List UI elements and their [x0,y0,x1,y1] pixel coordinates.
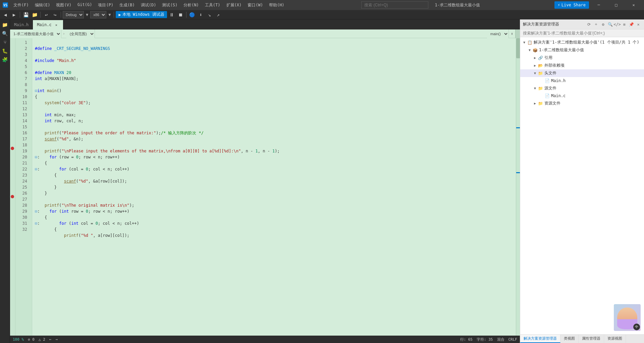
maximize-button[interactable]: □ [608,0,624,10]
menu-build[interactable]: 生成(B) [117,1,138,9]
collapse-btn[interactable]: ⬆ [509,31,515,36]
expand-res[interactable]: ▶ [532,101,538,106]
window-title: 1-求二维数组最大最小值 [287,1,554,9]
expand-headers[interactable]: ▼ [532,71,538,76]
new-solution-btn[interactable]: ＋ [593,21,599,27]
toolbar-step[interactable]: ⬇ [197,11,205,19]
project-icon: 📦 [532,48,538,53]
menu-project[interactable]: 项目(P) [95,1,116,9]
close-button[interactable]: ✕ [626,0,641,10]
menu-file[interactable]: 文件(F) [11,1,32,9]
props-btn[interactable]: ≡ [621,21,627,27]
platform-select[interactable]: x86 [90,11,106,18]
breadcrumb-func-select[interactable]: main() [487,29,509,38]
menu-extensions[interactable]: 扩展(X) [224,1,245,9]
title-bar: VS 文件(F) 编辑(E) 视图(V) Git(G) 项目(P) 生成(B) … [0,0,644,10]
headers-label: 头文件 [544,70,556,76]
find-btn[interactable]: 🔍 [607,21,613,27]
status-warnings: △ 2 [39,337,45,342]
sidebar-extensions-icon[interactable]: 🧩 [1,56,9,64]
sidebar-git-icon[interactable]: ⑂ [1,38,9,46]
status-nav-back[interactable]: ← [49,337,52,342]
breadcrumb-file-select[interactable]: 1-求二维数组最大最小值 [10,29,61,38]
global-search[interactable] [361,1,428,9]
solution-search-input[interactable] [520,29,644,37]
breakpoint-19 [11,147,14,150]
code-editor[interactable]: 12345 678910 1112131415 1617181920 21222… [10,38,520,336]
tree-references[interactable]: ▶ 🔗 引用 [520,54,644,62]
tree-project[interactable]: ▼ 📦 1-求二维数组最大最小值 [520,46,644,54]
toolbar-stop[interactable]: ⏹ [176,11,184,19]
expand-sources[interactable]: ▼ [532,86,538,91]
tree-solution-root[interactable]: ▼ 📋 解决方案'1-求二维数组最大最小值'(1 个项目/共 1 个) [520,39,644,46]
vertical-scrollbar[interactable] [516,38,520,336]
expand-ref[interactable]: ▶ [532,55,538,61]
config-select[interactable]: Debug [63,11,84,18]
rp-tab-classview[interactable]: 类视图 [560,335,579,343]
expand-ext[interactable]: ▶ [532,63,538,68]
code-view-btn[interactable]: </> [614,21,620,27]
solution-icon: 📋 [527,40,532,45]
tree-ext-deps[interactable]: ▶ 📂 外部依赖项 [520,62,644,69]
toolbar-stepinto[interactable]: ↘ [206,11,214,19]
scrollbar-thumb[interactable] [516,38,520,58]
sidebar-debug-icon[interactable]: 🐛 [1,47,9,55]
tree-mainc[interactable]: 📄 Main.c [520,92,644,99]
ext-icon: 📂 [538,63,543,68]
rp-tab-properties[interactable]: 属性管理器 [579,335,604,343]
menu-git[interactable]: Git(G) [75,1,95,9]
ref-icon: 🔗 [538,55,543,61]
menu-debug[interactable]: 调试(D) [138,1,159,9]
editor-sidebar-toggle[interactable] [515,29,520,38]
menu-analyze[interactable]: 分析(N) [181,1,202,9]
status-nav-fwd[interactable]: → [56,337,58,342]
tree-headers[interactable]: ▼ 📁 头文件 [520,69,644,77]
sync-btn[interactable]: ⟳ [586,21,592,27]
sidebar-search-icon[interactable]: 🔍 [1,29,9,38]
save-all-btn[interactable]: 📁 [31,11,39,19]
toolbar-breakpoints[interactable]: 🔵 [188,11,196,19]
mainc-icon: 📄 [544,93,550,98]
menu-window[interactable]: 窗口(W) [245,1,266,9]
expand-project[interactable]: ▼ [527,48,532,53]
code-content[interactable]: #define _CRT_SECURE_NO_WARNINGS #include… [32,38,520,336]
filter-btn[interactable]: ⚙ [600,21,606,27]
toolbar-pause[interactable]: ⏸ [168,11,176,19]
tab-mainc[interactable]: Main.c ✕ [33,20,63,29]
zoom-level: 100 % [13,337,24,342]
menu-edit[interactable]: 编辑(E) [32,1,53,9]
rp-tab-resources[interactable]: 资源视图 [604,335,626,343]
toolbar-fwd[interactable]: ▶ [10,11,18,19]
live-share-icon: ⚡ [558,3,560,7]
left-sidebar: 📁 🔍 ⑂ 🐛 🧩 [0,19,10,343]
undo-btn[interactable]: ↩ [42,11,50,19]
status-row-col: 行: 65 [460,337,473,342]
toolbar-back[interactable]: ◀ [1,11,9,19]
redo-btn[interactable]: ↪ [51,11,59,19]
tab-mainc-close[interactable]: ✕ [54,22,59,27]
expand-solution[interactable]: ▼ [522,40,527,45]
pin-btn[interactable]: 📌 [628,21,634,27]
tab-mainh[interactable]: Main.h [10,20,33,29]
breadcrumb-scope-select[interactable]: (全局范围) [66,29,95,38]
right-panel: 解决方案资源管理器 ⟳ ＋ ⚙ 🔍 </> ≡ 📌 ✕ ▼ 📋 解决方案'1-求… [520,19,644,343]
scroll-marker-1 [516,127,520,128]
solution-explorer-title: 解决方案资源管理器 [523,21,559,27]
panel-close-btn[interactable]: ✕ [635,21,641,27]
tree-sources[interactable]: ▼ 📁 源文件 [520,84,644,92]
live-share-button[interactable]: ⚡ Live Share [554,1,589,9]
minimize-button[interactable]: ─ [591,0,606,10]
menu-view[interactable]: 视图(V) [53,1,74,9]
run-button[interactable]: ▶ 本地 Windows 调试器 [116,11,167,18]
menu-test[interactable]: 测试(S) [159,1,180,9]
tree-mainh[interactable]: 📄 Main.h [520,77,644,84]
menu-help[interactable]: 帮助(H) [266,1,287,9]
menu-tools[interactable]: 工具(T) [202,1,223,9]
sidebar-explorer-icon[interactable]: 📁 [1,21,9,29]
tree-resources[interactable]: ▶ 📁 资源文件 [520,99,644,107]
ext-label: 外部依赖项 [544,63,565,68]
save-btn[interactable]: 💾 [22,11,30,19]
rp-tab-solution[interactable]: 解决方案资源管理器 [520,335,560,343]
gutter [10,38,15,336]
toolbar-stepout[interactable]: ↗ [214,11,222,19]
